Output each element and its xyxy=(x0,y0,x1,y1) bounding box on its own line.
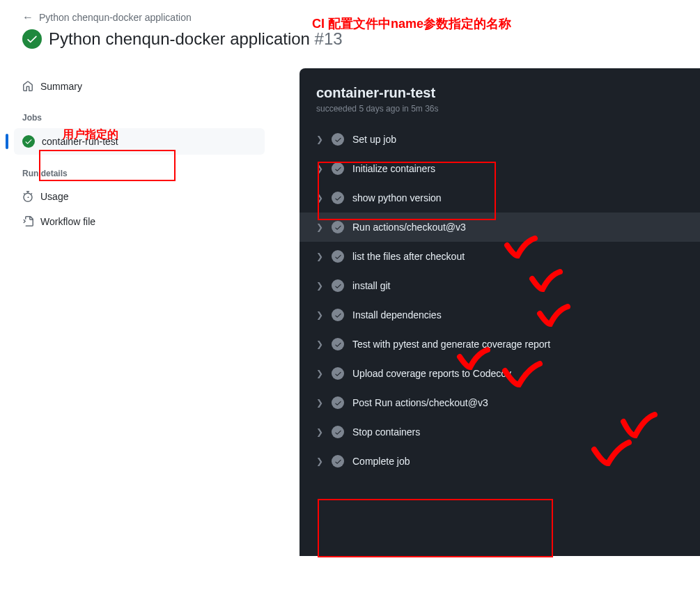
chevron-right-icon: ❯ xyxy=(316,339,323,349)
step-row[interactable]: ❯ Initialize containers xyxy=(300,154,700,183)
workflow-title-text: Python chenqun-docker application xyxy=(49,29,310,48)
sidebar-workflow-file-label: Workflow file xyxy=(40,216,95,227)
step-row[interactable]: ❯ Complete job xyxy=(300,447,700,476)
step-row[interactable]: ❯ show python version xyxy=(300,183,700,213)
job-success-icon xyxy=(22,135,35,148)
sidebar-job-label: container-run-test xyxy=(42,136,118,147)
step-success-icon xyxy=(332,455,344,468)
chevron-right-icon: ❯ xyxy=(316,456,323,466)
job-subtitle: succeeded 5 days ago in 5m 36s xyxy=(316,104,683,114)
step-row[interactable]: ❯ Run actions/checkout@v3 xyxy=(300,213,700,242)
step-label: Post Run actions/checkout@v3 xyxy=(352,397,488,408)
chevron-right-icon: ❯ xyxy=(316,252,323,261)
job-title: container-run-test xyxy=(316,85,683,101)
sidebar-usage-label: Usage xyxy=(40,191,68,202)
chevron-right-icon: ❯ xyxy=(316,281,323,291)
run-number: #13 xyxy=(315,29,343,48)
step-row[interactable]: ❯ install git xyxy=(300,271,700,300)
step-label: Install dependencies xyxy=(352,309,442,321)
step-label: Complete job xyxy=(352,456,410,467)
chevron-right-icon: ❯ xyxy=(316,427,323,437)
jobs-heading: Jobs xyxy=(14,107,265,128)
step-success-icon xyxy=(332,192,344,204)
workflow-title: Python chenqun-docker application #13 xyxy=(49,29,343,49)
home-icon xyxy=(22,81,33,92)
step-success-icon xyxy=(332,133,344,146)
chevron-right-icon: ❯ xyxy=(316,398,323,408)
workflow-title-row: Python chenqun-docker application #13 xyxy=(22,29,678,49)
step-label: list the files after checkout xyxy=(352,251,465,262)
chevron-right-icon: ❯ xyxy=(316,193,323,203)
step-label: install git xyxy=(352,280,390,291)
stopwatch-icon xyxy=(22,191,33,202)
step-row[interactable]: ❯ Test with pytest and generate coverage… xyxy=(300,330,700,359)
breadcrumb[interactable]: ← Python chenqun-docker application xyxy=(22,11,678,24)
success-badge-icon xyxy=(22,29,42,49)
file-icon xyxy=(22,216,33,227)
step-success-icon xyxy=(332,279,344,292)
step-label: Run actions/checkout@v3 xyxy=(352,222,466,233)
breadcrumb-workflow-link[interactable]: Python chenqun-docker application xyxy=(39,12,192,23)
step-label: Set up job xyxy=(352,134,396,145)
step-label: Test with pytest and generate coverage r… xyxy=(352,339,550,350)
chevron-right-icon: ❯ xyxy=(316,134,323,144)
sidebar-job-item[interactable]: container-run-test xyxy=(14,128,265,155)
sidebar-usage[interactable]: Usage xyxy=(14,184,265,209)
step-success-icon xyxy=(332,396,344,409)
sidebar: Summary Jobs container-run-test Run deta… xyxy=(0,68,279,556)
step-label: Initialize containers xyxy=(352,163,435,174)
step-success-icon xyxy=(332,162,344,175)
step-row[interactable]: ❯ Set up job xyxy=(300,125,700,154)
step-row[interactable]: ❯ list the files after checkout xyxy=(300,242,700,271)
step-label: show python version xyxy=(352,192,442,203)
chevron-right-icon: ❯ xyxy=(316,310,323,320)
chevron-right-icon: ❯ xyxy=(316,222,323,232)
log-panel: container-run-test succeeded 5 days ago … xyxy=(300,68,700,556)
run-details-heading: Run details xyxy=(14,163,265,184)
sidebar-summary-label: Summary xyxy=(40,81,82,92)
step-success-icon xyxy=(332,426,344,438)
step-success-icon xyxy=(332,367,344,380)
step-success-icon xyxy=(332,338,344,350)
chevron-right-icon: ❯ xyxy=(316,164,323,173)
step-row[interactable]: ❯ Install dependencies xyxy=(300,300,700,330)
step-row[interactable]: ❯ Upload coverage reports to Codecov xyxy=(300,359,700,388)
chevron-right-icon: ❯ xyxy=(316,369,323,378)
sidebar-summary[interactable]: Summary xyxy=(14,74,265,99)
step-success-icon xyxy=(332,221,344,233)
step-row[interactable]: ❯ Post Run actions/checkout@v3 xyxy=(300,388,700,417)
step-success-icon xyxy=(332,250,344,263)
back-arrow-icon: ← xyxy=(22,11,33,24)
step-success-icon xyxy=(332,309,344,321)
step-label: Upload coverage reports to Codecov xyxy=(352,368,511,379)
sidebar-workflow-file[interactable]: Workflow file xyxy=(14,209,265,234)
step-row[interactable]: ❯ Stop containers xyxy=(300,417,700,447)
step-label: Stop containers xyxy=(352,426,420,438)
